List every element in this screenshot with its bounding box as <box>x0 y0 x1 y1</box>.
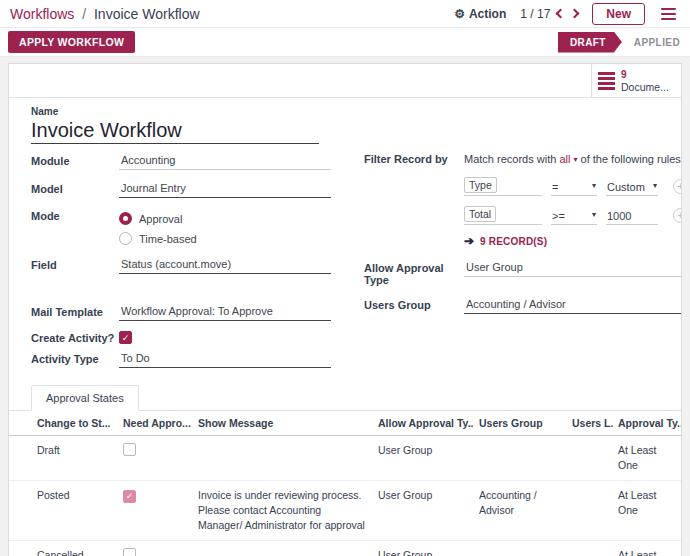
caret-down-icon: ▾ <box>573 155 577 164</box>
cell-approval-type[interactable]: At Least One <box>613 481 681 541</box>
name-input[interactable]: Invoice Workflow <box>31 117 319 144</box>
field-input[interactable]: Status (account.move) <box>119 258 331 274</box>
mail-template-input[interactable]: Workflow Approval: To Approve <box>119 305 331 321</box>
rule-field-input[interactable]: Total <box>464 204 542 225</box>
cell-users-login[interactable] <box>567 481 613 541</box>
cell-users-group[interactable] <box>474 541 567 556</box>
cell-users-group[interactable] <box>474 436 567 481</box>
users-group-input[interactable]: Accounting / Advisor <box>464 298 682 314</box>
name-label: Name <box>31 106 659 117</box>
smart-button-box: 9 Docume... <box>9 64 681 98</box>
action-menu-button[interactable]: ⚙ Action <box>454 7 506 21</box>
cell-allow-approval-type[interactable]: User Group <box>373 541 474 556</box>
cell-message[interactable]: Invoice is under reviewing process. Plea… <box>193 481 373 541</box>
table-row[interactable]: Draft User Group At Least One <box>9 436 681 481</box>
caret-down-icon: ▾ <box>592 210 596 222</box>
breadcrumb: Workflows / Invoice Workflow <box>10 6 200 22</box>
status-draft-badge[interactable]: DRAFT <box>558 32 622 53</box>
cell-state[interactable]: Posted <box>9 481 118 541</box>
new-button[interactable]: New <box>592 3 645 25</box>
model-input[interactable]: Journal Entry <box>119 182 331 198</box>
mode-radio-time-based[interactable]: Time-based <box>119 232 197 245</box>
filter-rule-row: Type =▾ Custom▾ + ⋯ <box>464 175 682 196</box>
cell-message[interactable] <box>193 436 373 481</box>
cell-message[interactable] <box>193 541 373 556</box>
create-activity-label: Create Activity? <box>31 332 119 344</box>
arrow-right-icon: ➔ <box>464 234 474 248</box>
cell-state[interactable]: Draft <box>9 436 118 481</box>
col-approval-type[interactable]: Approval Ty... <box>613 411 681 436</box>
cell-approval-type[interactable]: At Least One <box>613 541 681 556</box>
cell-users-login[interactable] <box>567 436 613 481</box>
mode-radio-approval[interactable]: Approval <box>119 212 197 225</box>
filter-rule-row: Total >=▾ 1000 + ⋯ <box>464 204 682 225</box>
module-input[interactable]: Accounting <box>119 154 331 170</box>
control-panel: APPLY WORKFLOW DRAFT APPLIED <box>0 28 690 57</box>
rule-operator-select[interactable]: =▾ <box>551 179 597 196</box>
col-allow-approval-type[interactable]: Allow Approval Ty... <box>373 411 474 436</box>
notebook-tabbar: Approval States <box>9 385 681 411</box>
documents-label: Docume... <box>621 81 669 93</box>
breadcrumb-workflows-link[interactable]: Workflows <box>10 6 74 22</box>
table-row[interactable]: Cancelled User Group At Least One <box>9 541 681 556</box>
activity-type-input[interactable]: To Do <box>119 352 331 368</box>
approval-states-table: Change to St... Need Appro... Show Messa… <box>9 411 681 556</box>
check-icon: ✓ <box>126 489 134 504</box>
pager-next-icon[interactable] <box>570 9 580 19</box>
records-count-link[interactable]: ➔ 9 RECORD(S) <box>464 234 682 248</box>
cell-users-login[interactable] <box>567 541 613 556</box>
col-users-login[interactable]: Users L... <box>567 411 613 436</box>
field-label: Field <box>31 259 119 274</box>
pager-previous-icon[interactable] <box>556 9 566 19</box>
breadcrumb-separator: / <box>82 6 86 22</box>
add-rule-icon[interactable]: + <box>673 179 682 194</box>
menu-icon[interactable] <box>659 6 678 22</box>
filter-match-all-dropdown[interactable]: all ▾ <box>559 153 577 165</box>
pager-value: 1 / 17 <box>520 7 550 21</box>
allow-approval-type-input[interactable]: User Group <box>464 261 682 277</box>
users-group-label: Users Group <box>364 298 464 311</box>
cell-users-group[interactable]: Accounting / Advisor <box>474 481 567 541</box>
table-header-row: Change to St... Need Appro... Show Messa… <box>9 411 681 436</box>
documents-count: 9 <box>621 69 669 81</box>
col-show-message[interactable]: Show Message <box>193 411 373 436</box>
breadcrumb-current: Invoice Workflow <box>94 6 200 22</box>
content-area: 9 Docume... Name Invoice Workflow Module… <box>0 57 690 556</box>
rule-value-input[interactable]: 1000 <box>606 208 658 225</box>
add-rule-icon[interactable]: + <box>673 208 682 223</box>
create-activity-checkbox[interactable]: ✓ <box>119 331 132 344</box>
documents-stack-icon <box>598 72 615 90</box>
need-approval-checkbox[interactable] <box>123 548 136 556</box>
status-applied[interactable]: APPLIED <box>634 37 680 48</box>
mode-label: Mode <box>31 210 119 225</box>
action-menu-label: Action <box>469 7 506 21</box>
filter-match-line: Match records with all ▾ of the followin… <box>464 152 682 167</box>
col-users-group[interactable]: Users Group <box>474 411 567 436</box>
check-icon: ✓ <box>122 333 130 343</box>
cell-allow-approval-type[interactable]: User Group <box>373 436 474 481</box>
apply-workflow-button[interactable]: APPLY WORKFLOW <box>8 31 135 53</box>
rule-operator-select[interactable]: >=▾ <box>551 208 597 225</box>
record-pager: 1 / 17 <box>520 7 578 21</box>
activity-type-label: Activity Type <box>31 353 119 368</box>
cell-approval-type[interactable]: At Least One <box>613 436 681 481</box>
tab-approval-states[interactable]: Approval States <box>31 385 139 411</box>
gear-icon: ⚙ <box>454 7 465 21</box>
filter-record-by-label: Filter Record by <box>364 152 464 165</box>
col-need-approval[interactable]: Need Appro... <box>118 411 193 436</box>
radio-unselected-icon <box>119 232 132 245</box>
cell-state[interactable]: Cancelled <box>9 541 118 556</box>
caret-down-icon: ▾ <box>592 181 596 193</box>
col-change-to-state[interactable]: Change to St... <box>9 411 118 436</box>
need-approval-checkbox[interactable] <box>123 443 136 456</box>
table-row[interactable]: Posted ✓ Invoice is under reviewing proc… <box>9 481 681 541</box>
rule-value-select[interactable]: Custom▾ <box>606 179 658 196</box>
need-approval-checkbox[interactable]: ✓ <box>123 490 136 503</box>
mail-template-label: Mail Template <box>31 306 119 321</box>
cell-allow-approval-type[interactable]: User Group <box>373 481 474 541</box>
caret-down-icon: ▾ <box>653 181 657 193</box>
documents-smart-button[interactable]: 9 Docume... <box>591 64 681 97</box>
top-navbar: Workflows / Invoice Workflow ⚙ Action 1 … <box>0 0 690 28</box>
model-label: Model <box>31 183 119 198</box>
rule-field-input[interactable]: Type <box>464 175 542 196</box>
